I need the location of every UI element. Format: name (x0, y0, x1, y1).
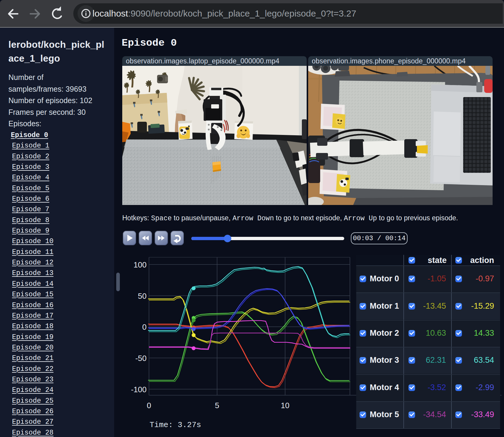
svg-text:-50: -50 (135, 354, 147, 363)
svg-text:Time: 3.27s: Time: 3.27s (150, 420, 201, 429)
svg-text:50: 50 (138, 292, 147, 301)
svg-text:10: 10 (281, 401, 290, 410)
svg-text:100: 100 (134, 260, 147, 269)
svg-text:-100: -100 (131, 385, 147, 394)
svg-text:0: 0 (142, 322, 147, 332)
svg-text:5: 5 (215, 401, 219, 410)
svg-text:0: 0 (147, 401, 151, 410)
